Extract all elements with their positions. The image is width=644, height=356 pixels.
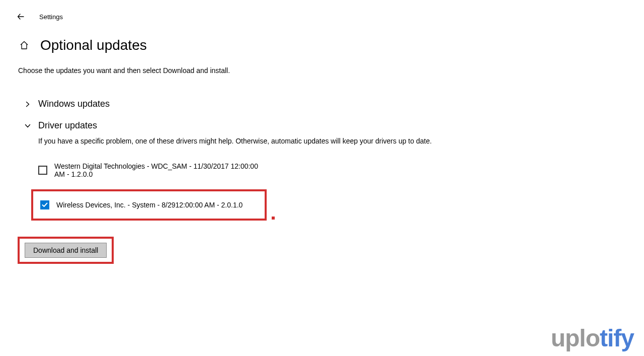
section-title-windows: Windows updates [38,99,110,109]
download-install-highlight: Download and install [18,237,114,264]
checkmark-icon [41,201,48,208]
download-install-button[interactable]: Download and install [25,243,107,258]
watermark: uplotify [551,324,634,352]
page-subtitle: Choose the updates you want and then sel… [18,66,644,75]
section-title-drivers: Driver updates [38,120,97,131]
back-button[interactable] [15,11,27,23]
update-label: Western Digital Technologies - WDC_SAM -… [54,162,260,178]
section-windows-updates[interactable]: Windows updates [18,96,644,112]
update-item-highlighted[interactable]: Wireless Devices, Inc. - System - 8/2912… [31,189,267,221]
back-arrow-icon [17,12,26,21]
chevron-right-icon [24,101,31,108]
checkbox-checked[interactable] [40,200,49,209]
checkbox-unchecked[interactable] [38,166,47,175]
app-label: Settings [39,13,63,21]
update-label: Wireless Devices, Inc. - System - 8/2912… [56,201,243,209]
chevron-down-icon [24,122,31,129]
annotation-dot [272,217,275,220]
page-title: Optional updates [40,37,147,53]
home-icon[interactable] [18,39,30,51]
update-item[interactable]: Western Digital Technologies - WDC_SAM -… [31,157,267,183]
section-driver-updates[interactable]: Driver updates [18,117,644,134]
driver-updates-description: If you have a specific problem, one of t… [38,137,644,145]
